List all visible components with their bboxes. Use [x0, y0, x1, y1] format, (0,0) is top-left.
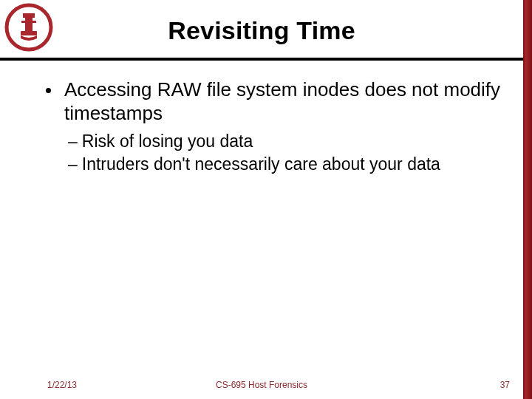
subbullet-list: – Risk of losing you data – Intruders do…	[68, 131, 505, 175]
bullet-item: Accessing RAW file system inodes does no…	[46, 78, 505, 125]
footer-page-number: 37	[500, 380, 510, 390]
slide-footer: 1/22/13 CS-695 Host Forensics 37	[0, 377, 523, 390]
subbullet-item: – Risk of losing you data	[68, 131, 505, 152]
dash-icon: –	[68, 131, 78, 152]
subbullet-item: – Intruders don't necessarily care about…	[68, 154, 505, 175]
footer-course: CS-695 Host Forensics	[0, 380, 523, 390]
slide-title: Revisiting Time	[0, 16, 523, 45]
bullet-text: Accessing RAW file system inodes does no…	[64, 78, 505, 125]
accent-side-bar	[523, 0, 532, 399]
bullet-dot-icon	[46, 88, 51, 93]
dash-icon: –	[68, 154, 78, 175]
title-underline	[0, 58, 523, 61]
slide-content: Accessing RAW file system inodes does no…	[46, 78, 505, 177]
subbullet-text: Risk of losing you data	[82, 131, 253, 152]
subbullet-text: Intruders don't necessarily care about y…	[82, 154, 440, 175]
